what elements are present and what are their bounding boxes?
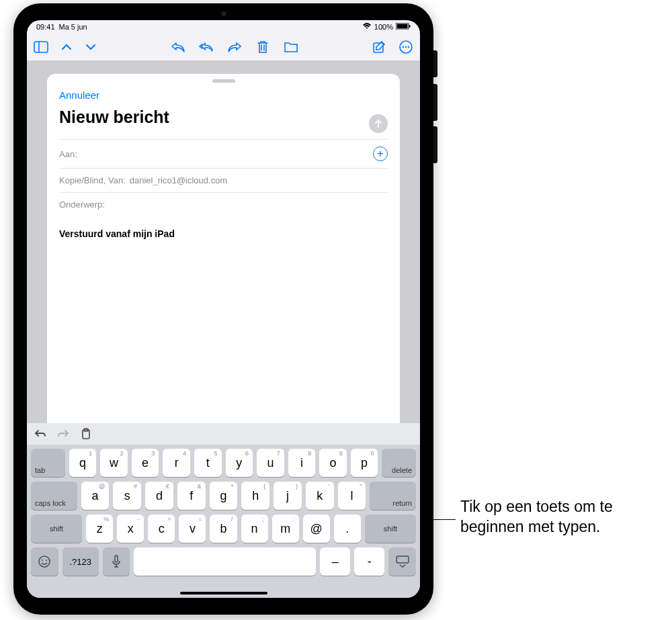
screen: 09:41 Ma 5 jun 100% bbox=[27, 20, 420, 598]
key-a[interactable]: a@ bbox=[81, 482, 110, 510]
subject-field-row[interactable]: Onderwerp: bbox=[59, 192, 388, 216]
add-contact-button[interactable]: + bbox=[373, 146, 388, 161]
to-field-row[interactable]: Aan: + bbox=[59, 139, 388, 168]
svg-point-7 bbox=[403, 46, 404, 48]
svg-point-14 bbox=[46, 560, 47, 561]
key-r[interactable]: r4 bbox=[163, 449, 190, 477]
cc-field-row[interactable]: Kopie/Blind, Van: daniel_rico1@icloud.co… bbox=[59, 168, 388, 192]
status-date: Ma 5 jun bbox=[59, 23, 87, 31]
tab-key[interactable]: tab bbox=[31, 449, 65, 477]
to-label: Aan: bbox=[59, 149, 77, 159]
key-f[interactable]: f& bbox=[177, 482, 206, 510]
key-w[interactable]: w2 bbox=[100, 449, 128, 477]
battery-percent: 100% bbox=[374, 23, 393, 31]
sidebar-toggle-icon[interactable] bbox=[34, 40, 48, 54]
undo-icon[interactable] bbox=[34, 427, 47, 441]
power-button bbox=[433, 50, 437, 77]
send-button[interactable] bbox=[369, 114, 388, 133]
key-b[interactable]: b/ bbox=[210, 515, 237, 543]
key-c[interactable]: c+ bbox=[148, 515, 175, 543]
wifi-icon bbox=[362, 23, 372, 31]
volume-down-button bbox=[433, 126, 437, 163]
cancel-button[interactable]: Annuleer bbox=[59, 89, 99, 101]
key-x[interactable]: x- bbox=[117, 515, 144, 543]
svg-point-9 bbox=[408, 46, 409, 48]
clipboard-icon[interactable] bbox=[79, 427, 93, 441]
compose-icon[interactable] bbox=[372, 40, 386, 54]
keyboard-toolbar bbox=[27, 423, 420, 445]
volume-up-button bbox=[433, 84, 437, 121]
key-m[interactable]: m: bbox=[272, 515, 299, 543]
svg-rect-3 bbox=[34, 42, 48, 52]
emoji-key[interactable] bbox=[31, 547, 58, 576]
callout: Tik op een toets om te beginnen met type… bbox=[440, 497, 669, 537]
svg-rect-2 bbox=[409, 25, 411, 28]
keyboard: tab q1w2e3r4t5y6u7i8o9p0 delete caps loc… bbox=[27, 423, 420, 598]
key-y[interactable]: y6 bbox=[226, 449, 253, 477]
key-@[interactable]: @ bbox=[303, 515, 330, 543]
shift-right-key[interactable]: shift bbox=[365, 515, 416, 543]
more-icon[interactable] bbox=[398, 40, 413, 54]
key-e[interactable]: e3 bbox=[132, 449, 159, 477]
capslock-key[interactable]: caps lock bbox=[31, 482, 77, 510]
key-i[interactable]: i8 bbox=[288, 449, 316, 477]
mail-toolbar bbox=[27, 34, 420, 60]
body-text[interactable]: Verstuurd vanaf mijn iPad bbox=[59, 216, 388, 423]
dictation-key[interactable] bbox=[103, 547, 130, 576]
key-.[interactable]: . bbox=[334, 515, 361, 543]
delete-key[interactable]: delete bbox=[382, 449, 416, 477]
status-bar: 09:41 Ma 5 jun 100% bbox=[27, 20, 420, 34]
key-n[interactable]: n; bbox=[241, 515, 268, 543]
sheet-grabber[interactable] bbox=[212, 79, 235, 83]
key-z[interactable]: z% bbox=[86, 515, 113, 543]
svg-rect-1 bbox=[397, 24, 408, 29]
key-j[interactable]: j) bbox=[274, 482, 302, 510]
key-v[interactable]: v= bbox=[179, 515, 206, 543]
svg-point-13 bbox=[42, 560, 43, 561]
callout-text: Tik op een toets om te beginnen met type… bbox=[460, 497, 669, 537]
key-o[interactable]: o9 bbox=[319, 449, 347, 477]
key-l[interactable]: l" bbox=[338, 482, 366, 510]
next-message-icon[interactable] bbox=[85, 40, 97, 54]
from-value: daniel_rico1@icloud.com bbox=[130, 175, 227, 185]
keyboard-keys: tab q1w2e3r4t5y6u7i8o9p0 delete caps loc… bbox=[27, 445, 420, 598]
trash-icon[interactable] bbox=[255, 40, 270, 54]
subject-label: Onderwerp: bbox=[59, 200, 105, 210]
forward-icon[interactable] bbox=[227, 40, 242, 54]
battery-icon bbox=[396, 23, 411, 31]
key-d[interactable]: d€ bbox=[145, 482, 173, 510]
home-indicator[interactable] bbox=[180, 592, 267, 594]
svg-rect-15 bbox=[115, 556, 118, 562]
compose-title: Nieuw bericht bbox=[59, 107, 169, 139]
move-folder-icon[interactable] bbox=[284, 40, 298, 54]
redo-icon[interactable] bbox=[56, 427, 70, 441]
reply-icon[interactable] bbox=[171, 40, 185, 54]
svg-point-8 bbox=[405, 46, 407, 48]
return-key[interactable]: return bbox=[370, 482, 416, 510]
status-time: 09:41 bbox=[36, 23, 55, 31]
key-q[interactable]: q1 bbox=[69, 449, 97, 477]
dismiss-keyboard-key[interactable] bbox=[388, 547, 416, 576]
key-h[interactable]: h( bbox=[241, 482, 269, 510]
number-switch-key[interactable]: .?123 bbox=[62, 547, 99, 576]
key-u[interactable]: u7 bbox=[257, 449, 284, 477]
reply-all-icon[interactable] bbox=[199, 40, 214, 54]
dash-key[interactable]: – bbox=[320, 547, 350, 576]
cc-label: Kopie/Blind, Van: bbox=[59, 175, 126, 185]
ipad-device-frame: 09:41 Ma 5 jun 100% bbox=[13, 3, 433, 615]
hyphen-key[interactable]: - bbox=[354, 547, 384, 576]
key-p[interactable]: p0 bbox=[351, 449, 378, 477]
shift-left-key[interactable]: shift bbox=[31, 515, 82, 543]
compose-sheet: Annuleer Nieuw bericht Aan: + Kopie/Blin… bbox=[47, 74, 400, 423]
key-t[interactable]: t5 bbox=[194, 449, 222, 477]
svg-rect-16 bbox=[396, 556, 409, 563]
key-s[interactable]: s# bbox=[113, 482, 141, 510]
prev-message-icon[interactable] bbox=[60, 40, 73, 54]
key-k[interactable]: k' bbox=[306, 482, 334, 510]
key-g[interactable]: g* bbox=[210, 482, 238, 510]
space-key[interactable] bbox=[134, 547, 316, 576]
svg-point-12 bbox=[39, 556, 50, 567]
